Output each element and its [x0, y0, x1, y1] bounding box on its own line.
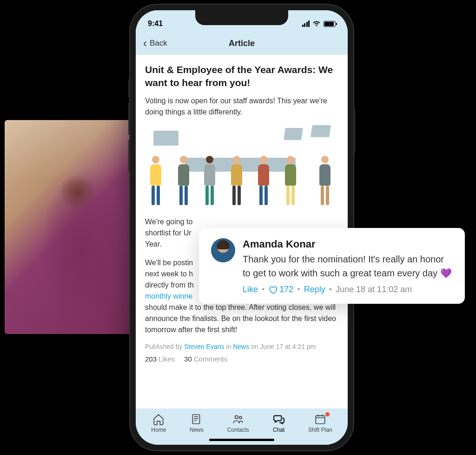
phone-notch	[195, 10, 288, 25]
back-button[interactable]: ‹ Back	[143, 38, 167, 49]
power-button	[353, 107, 355, 154]
background-photo	[5, 120, 139, 334]
chat-icon	[273, 413, 285, 425]
like-button[interactable]: Like	[243, 285, 258, 294]
reply-button[interactable]: Reply	[304, 285, 325, 294]
article-intro: Voting is now open for our staff awards!…	[145, 95, 338, 118]
home-icon	[152, 413, 165, 425]
status-time: 9:41	[148, 20, 163, 28]
tab-home[interactable]: Home	[151, 413, 166, 433]
tab-news[interactable]: News	[190, 413, 204, 433]
tab-contacts[interactable]: Contacts	[227, 413, 249, 433]
news-icon	[191, 413, 203, 425]
article-headline: Unit & Employee of the Year Awards: We w…	[145, 63, 338, 90]
tab-bar: Home News Contacts Chat Shift Plan	[136, 408, 348, 445]
like-count[interactable]: 172	[268, 285, 293, 294]
article-stats: 203Likes 30Comments	[145, 355, 338, 363]
battery-icon	[324, 21, 336, 27]
volume-button	[128, 140, 130, 172]
comment-text: Thank you for the nomination! It's reall…	[243, 252, 453, 280]
comment-card: Amanda Konar Thank you for the nominatio…	[199, 228, 465, 304]
volume-button	[128, 79, 130, 98]
comment-meta: Like • 172 • Reply • June 18 at 11:02 am	[243, 285, 453, 294]
heart-icon	[268, 285, 278, 294]
chevron-left-icon: ‹	[143, 38, 147, 49]
volume-button	[128, 102, 130, 135]
tab-chat[interactable]: Chat	[273, 413, 285, 433]
home-indicator[interactable]	[209, 439, 274, 441]
page-title: Article	[229, 39, 255, 48]
author-link[interactable]: Steven Evans	[184, 343, 224, 350]
back-label: Back	[150, 39, 167, 48]
contacts-icon	[232, 413, 244, 425]
wifi-icon	[312, 20, 321, 27]
calendar-icon	[314, 413, 326, 425]
signal-icon	[302, 20, 310, 27]
avatar[interactable]	[211, 238, 235, 262]
comment-timestamp: June 18 at 11:02 am	[336, 285, 412, 294]
likes-stat[interactable]: 203Likes	[145, 355, 175, 363]
svg-rect-0	[192, 415, 199, 424]
channel-link[interactable]: News	[233, 343, 249, 350]
phone-frame: 9:41 ‹ Back Article Unit & Employee of t…	[130, 5, 353, 450]
comment-author[interactable]: Amanda Konar	[243, 238, 453, 250]
article-illustration	[145, 124, 338, 208]
monthly-winners-link[interactable]: monthly winne	[145, 292, 192, 300]
nav-header: ‹ Back Article	[136, 32, 348, 55]
comments-stat[interactable]: 30Comments	[184, 355, 227, 363]
svg-rect-3	[316, 415, 325, 423]
publish-meta: Published by Steven Evans in News on Jun…	[145, 343, 338, 350]
notification-dot	[325, 412, 330, 416]
tab-shift-plan[interactable]: Shift Plan	[308, 413, 332, 433]
svg-point-2	[239, 416, 242, 419]
svg-point-1	[235, 415, 238, 419]
